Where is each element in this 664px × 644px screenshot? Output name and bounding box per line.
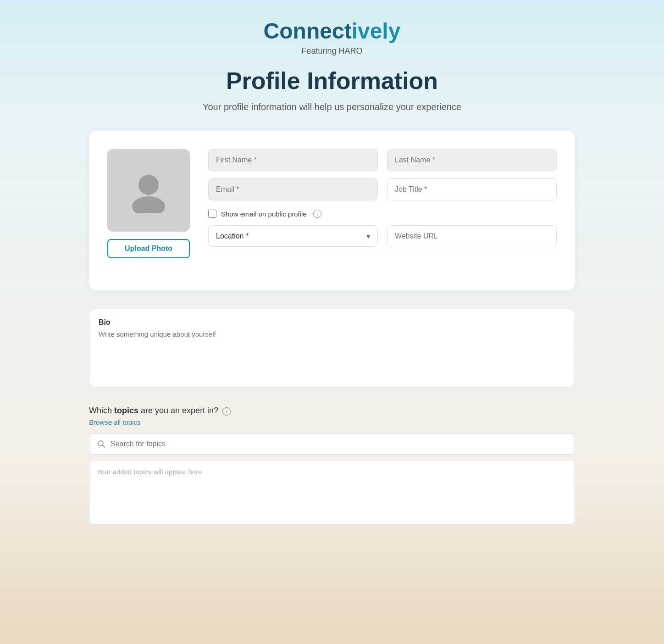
brand-subtitle: Featuring HARO: [9, 46, 655, 56]
first-name-group: [208, 149, 378, 171]
location-select[interactable]: Location *: [208, 225, 378, 247]
brand-logo: Connectively: [9, 18, 655, 44]
search-topics-input[interactable]: [111, 440, 567, 448]
topics-question-suffix: are you an expert in?: [138, 406, 218, 415]
website-group: [387, 225, 557, 247]
location-website-row: Location * ▼: [208, 225, 557, 247]
last-name-input[interactable]: [387, 149, 557, 171]
svg-point-1: [132, 196, 165, 213]
topics-info-icon[interactable]: i: [222, 407, 231, 416]
avatar-container: [107, 149, 190, 232]
form-card: Upload Photo: [89, 131, 575, 290]
show-email-info-icon[interactable]: i: [313, 210, 321, 218]
search-topics-wrapper: [89, 433, 575, 455]
bio-textarea[interactable]: [99, 330, 565, 376]
email-group: [208, 178, 378, 200]
upload-photo-button[interactable]: Upload Photo: [107, 239, 190, 258]
name-row: [208, 149, 557, 171]
job-title-input[interactable]: [387, 178, 557, 200]
search-icon: [97, 439, 106, 449]
topics-question: Which topics are you an expert in? i: [89, 406, 575, 416]
avatar-icon: [126, 167, 172, 213]
svg-line-3: [103, 445, 105, 448]
page-description: Your profile information will help us pe…: [9, 102, 655, 112]
fields-column: Show email on public profile i Location …: [208, 149, 557, 247]
page-title: Profile Information: [9, 67, 655, 94]
location-select-wrapper: Location * ▼: [208, 225, 378, 247]
job-title-group: [387, 178, 557, 200]
page-header: Connectively Featuring HARO Profile Info…: [9, 18, 655, 112]
first-name-input[interactable]: [208, 149, 378, 171]
topics-added-placeholder: Your added topics will appear here: [97, 468, 202, 476]
show-email-checkbox[interactable]: [208, 210, 216, 218]
profile-section: Upload Photo: [107, 149, 557, 258]
last-name-group: [387, 149, 557, 171]
email-input[interactable]: [208, 178, 378, 200]
browse-all-topics-link[interactable]: Browse all topics: [89, 418, 141, 426]
bio-title: Bio: [99, 318, 565, 327]
location-group: Location * ▼: [208, 225, 378, 247]
topics-question-bold: topics: [114, 406, 138, 415]
topics-section: Which topics are you an expert in? i Bro…: [89, 406, 575, 524]
email-jobtitle-row: [208, 178, 557, 200]
svg-point-0: [138, 175, 159, 195]
topics-question-prefix: Which: [89, 406, 114, 415]
website-url-input[interactable]: [387, 225, 557, 247]
show-email-row: Show email on public profile i: [208, 210, 557, 218]
avatar-column: Upload Photo: [107, 149, 190, 258]
show-email-label[interactable]: Show email on public profile: [221, 210, 307, 218]
bio-section: Bio: [89, 309, 575, 388]
topics-added-box: Your added topics will appear here: [89, 460, 575, 524]
